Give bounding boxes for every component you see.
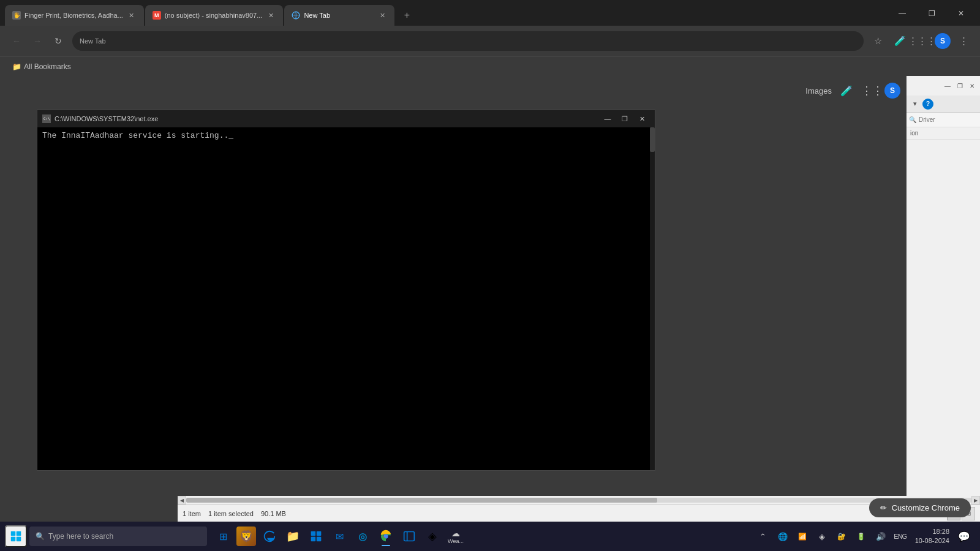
customize-chrome-label: Customize Chrome [892, 503, 960, 512]
cmd-minimize-btn[interactable]: — [600, 113, 616, 124]
taskbar-taskview[interactable]: ⊞ [212, 525, 234, 547]
fingerprint-icon: ◈ [425, 529, 440, 544]
tray-clock[interactable]: 18:28 10-08-2024 [911, 526, 953, 547]
tray-wifi-icon[interactable]: 📶 [794, 528, 811, 545]
mail-icon: ✉ [332, 529, 347, 544]
svg-rect-6 [17, 537, 21, 542]
taskbar-edge[interactable] [258, 525, 281, 547]
new-tab-avatar[interactable]: S [884, 83, 900, 99]
taskview-icon: ⊞ [216, 529, 230, 544]
images-link[interactable]: Images [805, 86, 832, 96]
taskbar-apps: ⊞ 🦁 📁 [212, 525, 467, 547]
svg-rect-10 [317, 537, 322, 542]
fe-title-bar: — ❐ ✕ [907, 76, 980, 96]
svg-rect-5 [11, 537, 16, 542]
chrome-window-controls: — ❐ ✕ [888, 5, 975, 22]
fe-scroll-thumb[interactable] [186, 498, 657, 503]
tab-close-newtab[interactable]: ✕ [377, 10, 387, 20]
fe-scroll-right-btn[interactable]: ▶ [971, 496, 980, 504]
tray-date: 10-08-2024 [915, 536, 949, 545]
profile-avatar[interactable]: S [935, 33, 951, 49]
taskbar-lion-icon[interactable]: 🦁 [235, 525, 257, 547]
taskbar-dell[interactable]: ◎ [352, 525, 374, 547]
fe-collapse-btn[interactable]: ▾ [909, 98, 921, 110]
chrome-icon [379, 529, 393, 544]
bookmarks-bar-item-all[interactable]: 📁 All Bookmarks [7, 61, 76, 72]
weather-display: ☁ weather Wea... [448, 528, 464, 544]
cmd-title-text: C:\WINDOWS\SYSTEM32\net.exe [55, 115, 596, 122]
fe-restore-btn[interactable]: ❐ [954, 80, 965, 91]
taskbar-search-placeholder: Type here to search [48, 532, 113, 541]
tray-time: 18:28 [932, 527, 949, 536]
tab-title-newtab: New Tab [304, 12, 374, 19]
taskbar-mail[interactable]: ✉ [328, 525, 350, 547]
fe-file-size: 90.1 MB [261, 510, 286, 517]
system-tray: ⌃ 🌐 📶 ◈ 🔐 🔋 🔊 ENG 18:28 10-08-2024 💬 [755, 526, 975, 547]
tab-newtab[interactable]: New Tab ✕ [284, 5, 394, 26]
address-input-container[interactable]: New Tab [72, 31, 864, 51]
taskbar-chrome[interactable] [375, 525, 397, 547]
svg-rect-3 [11, 531, 16, 536]
back-button[interactable]: ← [7, 32, 26, 50]
taskbar-fingerprint[interactable]: ◈ [421, 525, 443, 547]
fe-minimize-btn[interactable]: — [942, 80, 953, 91]
chrome-restore-btn[interactable]: ❐ [918, 5, 946, 22]
tray-expand-icon[interactable]: ⌃ [755, 528, 772, 545]
taskbar-explorer[interactable]: 📁 [282, 525, 304, 547]
notification-center-button[interactable]: 💬 [956, 528, 973, 545]
new-tab-button[interactable]: + [398, 7, 415, 24]
cmd-icon: C:\ [42, 114, 51, 123]
customize-chrome-button[interactable]: ✏ Customize Chrome [869, 498, 971, 517]
fe-items-count: 1 item [183, 510, 201, 517]
tab-bar: 🖐 Finger Print, Biometrics, Aadha... ✕ M… [0, 0, 980, 26]
tab-close-fingerprint[interactable]: ✕ [127, 10, 137, 20]
reload-button[interactable]: ↻ [49, 32, 67, 50]
chrome-minimize-btn[interactable]: — [888, 5, 916, 22]
fe-close-btn[interactable]: ✕ [967, 80, 978, 91]
apps-grid-button[interactable]: ⋮⋮⋮ [861, 82, 878, 99]
fe-search-bar: 🔍 Size [907, 113, 980, 127]
tab-close-gmail[interactable]: ✕ [266, 10, 276, 20]
svg-rect-4 [17, 531, 21, 536]
bookmarks-bar: 📁 All Bookmarks [0, 56, 980, 76]
cmd-close-btn[interactable]: ✕ [634, 113, 650, 124]
svg-rect-8 [317, 531, 322, 536]
edge-icon [262, 529, 277, 544]
tray-battery-icon[interactable]: 🔋 [853, 528, 870, 545]
tray-lang-icon[interactable]: ENG [892, 528, 909, 545]
taskbar-search-box[interactable]: 🔍 Type here to search [29, 527, 207, 546]
fe-help-button[interactable]: ? [922, 99, 933, 110]
file-explorer-panel: — ❐ ✕ ▾ ? 🔍 Size ion [907, 76, 980, 541]
taskbar-weather[interactable]: ☁ weather Wea... [445, 525, 467, 547]
chrome-apps-button[interactable]: ⋮⋮⋮ [913, 32, 931, 50]
tray-vpn-icon[interactable]: 🔐 [833, 528, 850, 545]
fe-scroll-track [186, 498, 971, 503]
tab-favicon-gmail: M [153, 11, 161, 20]
chrome-menu-button[interactable]: ⋮ [954, 32, 973, 50]
tray-fingerprint-tray-icon[interactable]: ◈ [813, 528, 831, 545]
cmd-window: C:\ C:\WINDOWS\SYSTEM32\net.exe — ❐ ✕ Th… [37, 110, 655, 471]
chrome-close-btn[interactable]: ✕ [947, 5, 975, 22]
files-icon [402, 529, 417, 544]
forward-button[interactable]: → [28, 32, 47, 50]
tab-gmail[interactable]: M (no subject) - singhabhinav807... ✕ [145, 5, 284, 26]
chrome-labs-button[interactable]: 🧪 [891, 32, 909, 50]
taskbar-files[interactable] [398, 525, 420, 547]
start-button[interactable] [5, 525, 27, 547]
svg-rect-13 [404, 532, 415, 541]
fe-scroll-left-btn[interactable]: ◀ [178, 496, 186, 504]
bookmark-star-button[interactable]: ☆ [869, 32, 887, 50]
explorer-icon: 📁 [285, 529, 300, 544]
tab-fingerprint[interactable]: 🖐 Finger Print, Biometrics, Aadha... ✕ [5, 5, 144, 26]
fe-search-input[interactable] [919, 116, 980, 123]
taskbar-store[interactable] [305, 525, 327, 547]
cmd-output-text: The InnaITAadhaar service is starting.._ [37, 127, 655, 144]
labs-icon-button[interactable]: 🧪 [838, 82, 855, 99]
cmd-scrollbar-thumb[interactable] [650, 127, 655, 152]
cmd-restore-btn[interactable]: ❐ [617, 113, 633, 124]
svg-point-12 [384, 534, 388, 538]
cmd-scrollbar[interactable] [650, 127, 655, 470]
tray-volume-icon[interactable]: 🔊 [872, 528, 889, 545]
tray-network-icon[interactable]: 🌐 [774, 528, 791, 545]
tab-title-fingerprint: Finger Print, Biometrics, Aadha... [24, 12, 123, 19]
